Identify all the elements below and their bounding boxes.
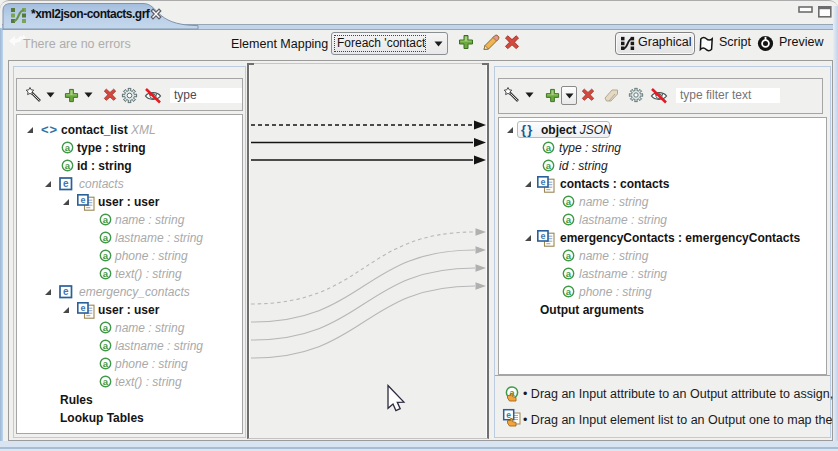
svg-text:a: a	[103, 358, 109, 369]
svg-text:a: a	[566, 214, 572, 225]
svg-text:a: a	[546, 142, 552, 153]
svg-text:a: a	[546, 160, 552, 171]
svg-text:a: a	[65, 160, 71, 171]
svg-text:a: a	[566, 268, 572, 279]
svg-text:e: e	[540, 177, 545, 187]
svg-text:a: a	[103, 322, 109, 333]
svg-text:e: e	[63, 286, 69, 297]
svg-text:e: e	[80, 195, 85, 205]
svg-text:a: a	[103, 250, 109, 261]
svg-text:a: a	[566, 286, 572, 297]
svg-text:a: a	[103, 376, 109, 387]
svg-text:a: a	[103, 214, 109, 225]
svg-text:a: a	[566, 250, 572, 261]
svg-text:a: a	[103, 232, 109, 243]
svg-text:a: a	[65, 142, 71, 153]
svg-text:a: a	[103, 340, 109, 351]
svg-text:e: e	[540, 231, 545, 241]
svg-text:e: e	[80, 303, 85, 313]
svg-text:e: e	[63, 178, 69, 189]
svg-text:a: a	[103, 268, 109, 279]
svg-text:a: a	[566, 196, 572, 207]
